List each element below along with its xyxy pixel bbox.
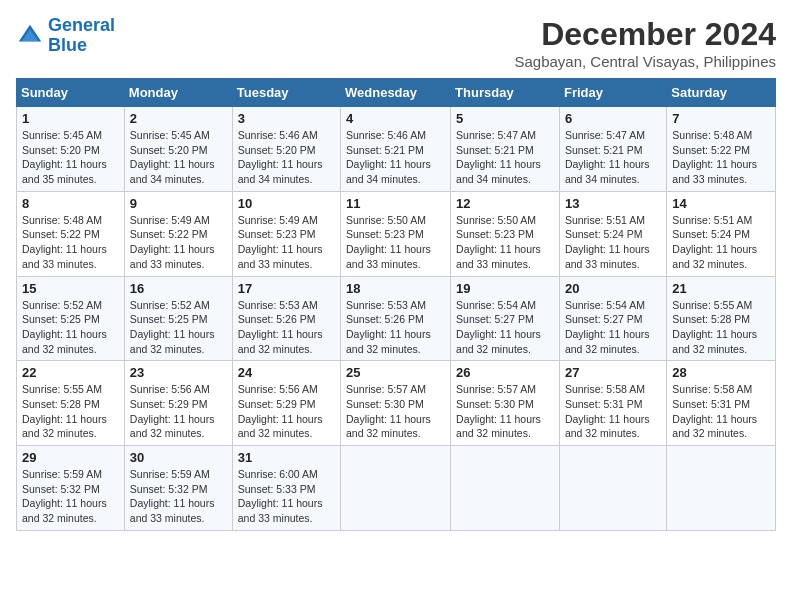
day-cell-31: 31 Sunrise: 6:00 AM Sunset: 5:33 PM Dayl… (232, 446, 340, 531)
col-wednesday: Wednesday (341, 79, 451, 107)
day-number: 19 (456, 281, 554, 296)
day-info: Sunrise: 5:50 AM Sunset: 5:23 PM Dayligh… (346, 213, 445, 272)
col-friday: Friday (559, 79, 666, 107)
col-monday: Monday (124, 79, 232, 107)
empty-cell (341, 446, 451, 531)
day-number: 6 (565, 111, 661, 126)
day-cell-13: 13 Sunrise: 5:51 AM Sunset: 5:24 PM Dayl… (559, 191, 666, 276)
day-number: 12 (456, 196, 554, 211)
day-number: 18 (346, 281, 445, 296)
day-info: Sunrise: 5:56 AM Sunset: 5:29 PM Dayligh… (238, 382, 335, 441)
day-info: Sunrise: 5:46 AM Sunset: 5:20 PM Dayligh… (238, 128, 335, 187)
col-saturday: Saturday (667, 79, 776, 107)
day-number: 23 (130, 365, 227, 380)
subtitle: Sagbayan, Central Visayas, Philippines (514, 53, 776, 70)
day-cell-3: 3 Sunrise: 5:46 AM Sunset: 5:20 PM Dayli… (232, 107, 340, 192)
day-cell-12: 12 Sunrise: 5:50 AM Sunset: 5:23 PM Dayl… (451, 191, 560, 276)
day-cell-5: 5 Sunrise: 5:47 AM Sunset: 5:21 PM Dayli… (451, 107, 560, 192)
day-info: Sunrise: 5:46 AM Sunset: 5:21 PM Dayligh… (346, 128, 445, 187)
day-number: 30 (130, 450, 227, 465)
day-cell-15: 15 Sunrise: 5:52 AM Sunset: 5:25 PM Dayl… (17, 276, 125, 361)
day-info: Sunrise: 5:53 AM Sunset: 5:26 PM Dayligh… (346, 298, 445, 357)
day-info: Sunrise: 5:47 AM Sunset: 5:21 PM Dayligh… (456, 128, 554, 187)
day-cell-9: 9 Sunrise: 5:49 AM Sunset: 5:22 PM Dayli… (124, 191, 232, 276)
logo-icon (16, 22, 44, 50)
day-info: Sunrise: 5:54 AM Sunset: 5:27 PM Dayligh… (565, 298, 661, 357)
day-info: Sunrise: 5:49 AM Sunset: 5:23 PM Dayligh… (238, 213, 335, 272)
day-info: Sunrise: 5:47 AM Sunset: 5:21 PM Dayligh… (565, 128, 661, 187)
day-info: Sunrise: 5:57 AM Sunset: 5:30 PM Dayligh… (456, 382, 554, 441)
day-cell-16: 16 Sunrise: 5:52 AM Sunset: 5:25 PM Dayl… (124, 276, 232, 361)
calendar-body: 1 Sunrise: 5:45 AM Sunset: 5:20 PM Dayli… (17, 107, 776, 531)
day-cell-28: 28 Sunrise: 5:58 AM Sunset: 5:31 PM Dayl… (667, 361, 776, 446)
day-cell-30: 30 Sunrise: 5:59 AM Sunset: 5:32 PM Dayl… (124, 446, 232, 531)
day-cell-22: 22 Sunrise: 5:55 AM Sunset: 5:28 PM Dayl… (17, 361, 125, 446)
day-cell-27: 27 Sunrise: 5:58 AM Sunset: 5:31 PM Dayl… (559, 361, 666, 446)
day-number: 17 (238, 281, 335, 296)
day-cell-19: 19 Sunrise: 5:54 AM Sunset: 5:27 PM Dayl… (451, 276, 560, 361)
calendar-week-4: 22 Sunrise: 5:55 AM Sunset: 5:28 PM Dayl… (17, 361, 776, 446)
day-cell-6: 6 Sunrise: 5:47 AM Sunset: 5:21 PM Dayli… (559, 107, 666, 192)
day-info: Sunrise: 5:59 AM Sunset: 5:32 PM Dayligh… (22, 467, 119, 526)
calendar-week-2: 8 Sunrise: 5:48 AM Sunset: 5:22 PM Dayli… (17, 191, 776, 276)
col-tuesday: Tuesday (232, 79, 340, 107)
day-number: 11 (346, 196, 445, 211)
col-thursday: Thursday (451, 79, 560, 107)
day-info: Sunrise: 5:48 AM Sunset: 5:22 PM Dayligh… (22, 213, 119, 272)
day-number: 9 (130, 196, 227, 211)
day-info: Sunrise: 5:52 AM Sunset: 5:25 PM Dayligh… (130, 298, 227, 357)
day-number: 13 (565, 196, 661, 211)
day-cell-18: 18 Sunrise: 5:53 AM Sunset: 5:26 PM Dayl… (341, 276, 451, 361)
day-info: Sunrise: 5:55 AM Sunset: 5:28 PM Dayligh… (22, 382, 119, 441)
day-info: Sunrise: 5:59 AM Sunset: 5:32 PM Dayligh… (130, 467, 227, 526)
day-info: Sunrise: 5:51 AM Sunset: 5:24 PM Dayligh… (672, 213, 770, 272)
day-cell-21: 21 Sunrise: 5:55 AM Sunset: 5:28 PM Dayl… (667, 276, 776, 361)
day-number: 8 (22, 196, 119, 211)
day-info: Sunrise: 5:55 AM Sunset: 5:28 PM Dayligh… (672, 298, 770, 357)
day-cell-4: 4 Sunrise: 5:46 AM Sunset: 5:21 PM Dayli… (341, 107, 451, 192)
day-info: Sunrise: 5:45 AM Sunset: 5:20 PM Dayligh… (130, 128, 227, 187)
day-cell-11: 11 Sunrise: 5:50 AM Sunset: 5:23 PM Dayl… (341, 191, 451, 276)
day-cell-8: 8 Sunrise: 5:48 AM Sunset: 5:22 PM Dayli… (17, 191, 125, 276)
day-info: Sunrise: 6:00 AM Sunset: 5:33 PM Dayligh… (238, 467, 335, 526)
empty-cell (559, 446, 666, 531)
day-number: 4 (346, 111, 445, 126)
day-number: 22 (22, 365, 119, 380)
day-number: 24 (238, 365, 335, 380)
empty-cell (667, 446, 776, 531)
day-cell-2: 2 Sunrise: 5:45 AM Sunset: 5:20 PM Dayli… (124, 107, 232, 192)
day-number: 2 (130, 111, 227, 126)
day-info: Sunrise: 5:45 AM Sunset: 5:20 PM Dayligh… (22, 128, 119, 187)
day-cell-1: 1 Sunrise: 5:45 AM Sunset: 5:20 PM Dayli… (17, 107, 125, 192)
calendar-week-1: 1 Sunrise: 5:45 AM Sunset: 5:20 PM Dayli… (17, 107, 776, 192)
day-cell-10: 10 Sunrise: 5:49 AM Sunset: 5:23 PM Dayl… (232, 191, 340, 276)
day-number: 28 (672, 365, 770, 380)
calendar-week-3: 15 Sunrise: 5:52 AM Sunset: 5:25 PM Dayl… (17, 276, 776, 361)
day-cell-17: 17 Sunrise: 5:53 AM Sunset: 5:26 PM Dayl… (232, 276, 340, 361)
day-cell-7: 7 Sunrise: 5:48 AM Sunset: 5:22 PM Dayli… (667, 107, 776, 192)
day-cell-26: 26 Sunrise: 5:57 AM Sunset: 5:30 PM Dayl… (451, 361, 560, 446)
day-cell-23: 23 Sunrise: 5:56 AM Sunset: 5:29 PM Dayl… (124, 361, 232, 446)
day-info: Sunrise: 5:52 AM Sunset: 5:25 PM Dayligh… (22, 298, 119, 357)
day-cell-25: 25 Sunrise: 5:57 AM Sunset: 5:30 PM Dayl… (341, 361, 451, 446)
day-number: 20 (565, 281, 661, 296)
day-number: 31 (238, 450, 335, 465)
day-info: Sunrise: 5:53 AM Sunset: 5:26 PM Dayligh… (238, 298, 335, 357)
day-number: 14 (672, 196, 770, 211)
day-info: Sunrise: 5:54 AM Sunset: 5:27 PM Dayligh… (456, 298, 554, 357)
day-cell-20: 20 Sunrise: 5:54 AM Sunset: 5:27 PM Dayl… (559, 276, 666, 361)
day-cell-29: 29 Sunrise: 5:59 AM Sunset: 5:32 PM Dayl… (17, 446, 125, 531)
day-info: Sunrise: 5:51 AM Sunset: 5:24 PM Dayligh… (565, 213, 661, 272)
day-number: 3 (238, 111, 335, 126)
day-info: Sunrise: 5:58 AM Sunset: 5:31 PM Dayligh… (672, 382, 770, 441)
day-cell-24: 24 Sunrise: 5:56 AM Sunset: 5:29 PM Dayl… (232, 361, 340, 446)
title-block: December 2024 Sagbayan, Central Visayas,… (514, 16, 776, 70)
day-cell-14: 14 Sunrise: 5:51 AM Sunset: 5:24 PM Dayl… (667, 191, 776, 276)
day-info: Sunrise: 5:56 AM Sunset: 5:29 PM Dayligh… (130, 382, 227, 441)
calendar-week-5: 29 Sunrise: 5:59 AM Sunset: 5:32 PM Dayl… (17, 446, 776, 531)
day-info: Sunrise: 5:57 AM Sunset: 5:30 PM Dayligh… (346, 382, 445, 441)
col-sunday: Sunday (17, 79, 125, 107)
day-number: 26 (456, 365, 554, 380)
logo: General Blue (16, 16, 115, 56)
day-info: Sunrise: 5:49 AM Sunset: 5:22 PM Dayligh… (130, 213, 227, 272)
